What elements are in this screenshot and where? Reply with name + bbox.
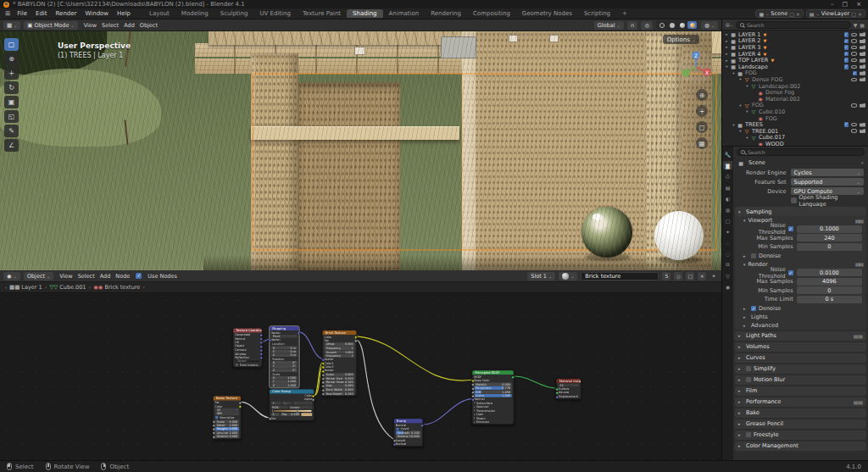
tab-modifiers[interactable]: ✦ <box>723 227 732 236</box>
node-row[interactable]: All <box>558 384 579 387</box>
disable-render-camera-icon[interactable] <box>860 129 865 133</box>
node-row[interactable]: Color <box>325 335 355 338</box>
preset-icon[interactable]: ▤▤ <box>855 218 863 224</box>
node-row[interactable]: Scale <box>271 373 298 376</box>
proportional-edit-toggle[interactable]: ◎ <box>641 21 653 30</box>
expand-arrow-icon[interactable]: ▸ <box>724 39 730 43</box>
minimize-button[interactable]: – <box>831 1 834 8</box>
expand-arrow-icon[interactable]: ▸ <box>724 58 730 63</box>
node-row[interactable]: Scale5.000 <box>325 373 355 376</box>
disable-render-camera-icon[interactable] <box>860 71 865 75</box>
node-row[interactable]: X0° <box>271 361 298 364</box>
node-brick-texture[interactable]: Brick Texture ColorFacOffset0.500Frequen… <box>322 330 357 396</box>
menubar-item[interactable]: Window <box>81 10 113 17</box>
material-browse-dropdown[interactable]: ⌄ <box>559 272 577 280</box>
node-row[interactable]: Specular <box>474 405 512 408</box>
node-row[interactable]: Squash1.000 <box>325 350 355 353</box>
preset-icon[interactable]: ▤▤ <box>854 333 863 339</box>
hide-eye-icon[interactable] <box>851 123 857 127</box>
toolbar-select-box[interactable]: ▢ <box>4 38 19 51</box>
node-row[interactable]: Volume <box>558 391 579 394</box>
expand-arrow-icon[interactable]: ▸ <box>724 32 730 36</box>
node-row[interactable]: Transmission <box>474 409 512 413</box>
viewport-menu-item[interactable]: Add <box>121 22 137 29</box>
filter-icon[interactable]: ▼ <box>854 22 858 28</box>
node-texture-coordinate[interactable]: Texture Coordinate GeneratedNormalUVObje… <box>233 328 263 368</box>
tab-object-data[interactable]: ▽ <box>723 271 732 280</box>
scene-selector[interactable]: ▦⌄ Scene ▢ × <box>755 9 803 18</box>
section-header[interactable]: ▸ Bake ▤▤ <box>735 408 866 418</box>
shader-menu-item[interactable]: View <box>57 273 75 280</box>
exclude-checkbox[interactable] <box>853 71 858 76</box>
node-row[interactable]: Color <box>271 394 312 397</box>
pin-icon[interactable]: ⌖ <box>709 273 718 280</box>
collapsed-subpanel[interactable]: ▸Denoise <box>735 252 866 260</box>
unlink-material-icon[interactable]: × <box>698 272 706 280</box>
node-row[interactable]: Roughness0.500 <box>215 427 240 430</box>
viewport-menu-item[interactable]: Select <box>99 22 121 29</box>
value-field[interactable]: 240 <box>797 234 862 242</box>
section-header[interactable]: ▸ Freestyle ▤▤ <box>735 430 866 440</box>
hide-eye-icon[interactable] <box>851 46 857 50</box>
menubar-item[interactable]: Edit <box>31 10 52 17</box>
scene-left-column[interactable] <box>251 53 298 270</box>
workspace-tab[interactable]: Compositing <box>467 9 516 18</box>
node-row[interactable]: Distance10.000 <box>396 435 421 438</box>
hide-eye-icon[interactable] <box>851 58 857 63</box>
perspective-toggle-icon[interactable]: ▦ <box>696 137 708 149</box>
node-row[interactable]: Window <box>235 352 260 355</box>
maximize-button[interactable]: □ <box>843 1 849 8</box>
pan-icon[interactable]: + <box>696 105 708 117</box>
noise-threshold-checkbox[interactable] <box>788 226 793 231</box>
disable-render-camera-icon[interactable] <box>860 39 865 43</box>
scene-white-sphere[interactable] <box>654 211 704 260</box>
section-header[interactable]: ▸ Grease Pencil ▤▤ <box>735 419 866 429</box>
disable-render-camera-icon[interactable] <box>860 123 865 127</box>
viewport-menu-item[interactable]: View <box>81 22 99 29</box>
viewlayer-selector[interactable]: ▤⌄ ViewLayer ▢ × <box>806 9 865 18</box>
node-row[interactable]: Mortar Size0.020 <box>325 376 355 380</box>
ramp-interpolation-dropdown[interactable]: Linear <box>289 405 312 408</box>
node-principled-bsdf[interactable]: Principled BSDF BSDFBase ColorMetallic0.… <box>472 370 515 425</box>
value-field[interactable]: 0 <box>797 286 862 294</box>
breadcrumb-item[interactable]: ▦ Layer 1 › <box>9 284 47 291</box>
expand-arrow-icon[interactable]: ▾ <box>744 109 750 114</box>
node-row[interactable]: Color1 <box>325 362 355 365</box>
node-row[interactable]: X1.000 <box>271 376 298 380</box>
value-field[interactable]: 0.1000 <box>797 225 862 233</box>
exclude-checkbox[interactable] <box>844 58 849 63</box>
zoom-icon[interactable]: ⊕ <box>696 89 708 101</box>
collapsed-subpanel[interactable]: ▸Denoise <box>735 304 866 313</box>
tab-render[interactable]: ◙ <box>723 161 732 169</box>
node-row[interactable]: Frequency2 <box>325 354 355 358</box>
new-material-icon[interactable]: ▢ <box>686 272 694 280</box>
shading-rendered-button[interactable] <box>687 21 697 29</box>
disable-render-camera-icon[interactable] <box>860 103 865 108</box>
node-row[interactable]: Offset0.500 <box>325 342 355 346</box>
tab-physics[interactable]: ◌ <box>723 249 732 258</box>
preset-icon[interactable]: ▤▤ <box>854 399 863 405</box>
tab-view-layer[interactable]: ▤ <box>723 183 732 192</box>
properties-search-input[interactable]: Search <box>737 148 865 156</box>
overlays-dropdown[interactable]: ◍⌄ <box>701 21 718 30</box>
shading-material-button[interactable] <box>677 21 687 29</box>
node-row[interactable]: Normal <box>474 397 512 401</box>
node-row[interactable]: Fac <box>325 339 355 342</box>
node-row[interactable]: Z0° <box>271 369 298 372</box>
node-row[interactable]: Base Color <box>474 379 512 382</box>
node-row[interactable]: UV <box>235 341 260 344</box>
expand-arrow-icon[interactable]: ▾ <box>744 84 750 88</box>
scene-stone-block[interactable] <box>441 36 476 58</box>
node-noise-texture[interactable]: Noise Texture FacColor3DfBMNormalizeScal… <box>213 396 241 439</box>
node-row[interactable]: Strength0.300 <box>396 431 421 435</box>
section-header[interactable]: ▸ Motion Blur ▤▤ <box>735 375 866 385</box>
pin-icon[interactable]: ⌖ <box>861 159 864 166</box>
toolbar-measure[interactable]: ∠ <box>4 139 19 152</box>
section-header[interactable]: ▸ Light Paths ▤▤ <box>735 331 866 341</box>
node-row[interactable]: Bias0.000 <box>325 384 355 387</box>
node-header[interactable]: Mapping <box>270 326 299 330</box>
hide-eye-icon[interactable] <box>851 103 857 108</box>
node-row[interactable]: Y0° <box>271 365 298 369</box>
outliner-editor-icon[interactable]: ▤⌄ <box>726 22 733 27</box>
node-row[interactable]: Mortar Smooth0.100 <box>325 380 355 384</box>
